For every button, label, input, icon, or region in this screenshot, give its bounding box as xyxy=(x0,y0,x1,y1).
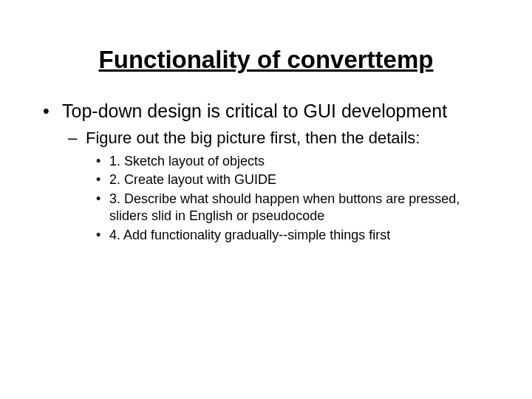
bullet-text: 3. Describe what should happen when butt… xyxy=(109,191,460,223)
bullet-list-level-3: 1. Sketch layout of objects 2. Create la… xyxy=(93,153,492,244)
bullet-text: 1. Sketch layout of objects xyxy=(109,154,265,168)
list-item: 2. Create layout with GUIDE xyxy=(93,171,492,188)
bullet-list-level-1: Top-down design is critical to GUI devel… xyxy=(40,100,492,244)
bullet-text: 2. Create layout with GUIDE xyxy=(109,172,276,187)
slide-title: Functionality of converttemp xyxy=(40,44,492,75)
list-item: 3. Describe what should happen when butt… xyxy=(93,191,492,225)
slide: Functionality of converttemp Top-down de… xyxy=(0,0,532,399)
bullet-list-level-2: Figure out the big picture first, then t… xyxy=(66,128,492,245)
list-item: Top-down design is critical to GUI devel… xyxy=(40,100,492,244)
bullet-text: Figure out the big picture first, then t… xyxy=(86,129,420,147)
list-item: 4. Add functionality gradually--simple t… xyxy=(93,227,492,244)
list-item: Figure out the big picture first, then t… xyxy=(66,128,492,245)
bullet-text: Top-down design is critical to GUI devel… xyxy=(62,100,447,121)
bullet-text: 4. Add functionality gradually--simple t… xyxy=(109,228,390,242)
list-item: 1. Sketch layout of objects xyxy=(93,153,492,170)
